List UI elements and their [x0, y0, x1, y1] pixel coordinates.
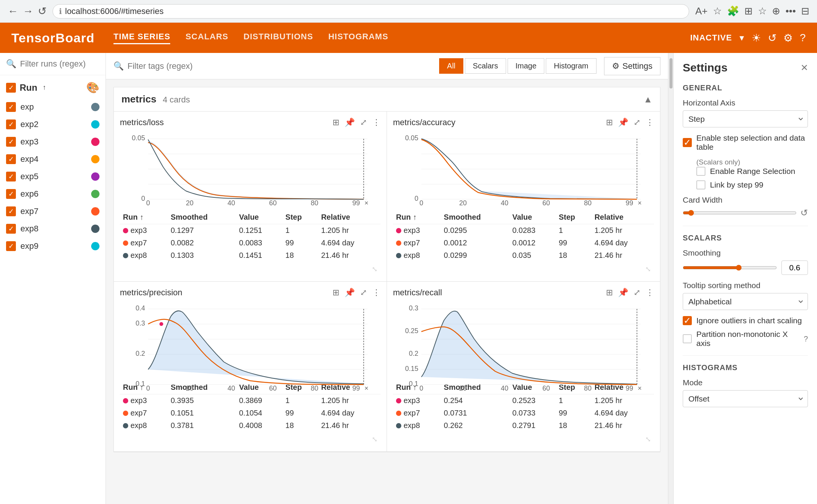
nav-time-series[interactable]: TIME SERIES: [113, 32, 170, 44]
run-item-exp2[interactable]: ✓ exp2: [0, 116, 106, 133]
svg-point-47: [160, 322, 163, 326]
metrics-title-area: metrics 4 cards: [121, 93, 190, 105]
refresh-button[interactable]: ↺: [38, 5, 47, 17]
sidebar-icon[interactable]: ⊟: [801, 5, 809, 17]
filter-runs-input[interactable]: [20, 59, 106, 69]
run-checkbox-exp3[interactable]: ✓: [6, 137, 16, 147]
partition-help-icon[interactable]: ?: [804, 335, 808, 343]
resize-handle-acc[interactable]: ⤡: [393, 262, 654, 275]
smoothing-slider[interactable]: [683, 265, 777, 271]
status-dropdown-icon[interactable]: ▾: [739, 33, 744, 43]
resize-handle-rec[interactable]: ⤡: [393, 432, 654, 445]
address-bar[interactable]: ℹ localhost:6006/#timeseries: [53, 4, 689, 19]
more-options-icon-prec[interactable]: ⋮: [372, 288, 381, 298]
run-checkbox-exp8[interactable]: ✓: [6, 224, 16, 234]
translate-icon[interactable]: A+: [695, 5, 708, 17]
smoothing-value-input[interactable]: [781, 261, 808, 275]
more-options-icon-rec[interactable]: ⋮: [646, 288, 654, 298]
nav-distributions[interactable]: DISTRIBUTIONS: [244, 32, 313, 44]
collapse-section-button[interactable]: ▲: [643, 94, 652, 105]
run-name-exp2: exp2: [20, 119, 87, 129]
fullscreen-icon-prec[interactable]: ⊞: [332, 288, 339, 298]
col-run-acc[interactable]: Run ↑: [393, 211, 441, 224]
expand-icon-acc[interactable]: ⤢: [634, 118, 640, 127]
header-icons: ☀ ↺ ⚙ ?: [752, 32, 806, 44]
link-step-checkbox[interactable]: [696, 180, 705, 189]
run-item-exp6[interactable]: ✓ exp6: [0, 185, 106, 203]
download-icon[interactable]: ⊕: [772, 5, 780, 17]
bookmark-icon[interactable]: ☆: [713, 5, 722, 17]
vertical-scrollbar[interactable]: [668, 53, 673, 504]
run-checkbox-exp7[interactable]: ✓: [6, 206, 16, 216]
more-options-icon-acc[interactable]: ⋮: [646, 118, 654, 127]
chart-action-icons-rec: ⊞ 📌 ⤢ ⋮: [606, 288, 654, 298]
help-icon[interactable]: ?: [800, 32, 806, 44]
scrollbar-thumb[interactable]: [669, 58, 673, 88]
expand-icon-prec[interactable]: ⤢: [360, 288, 367, 298]
nav-scalars[interactable]: SCALARS: [185, 32, 228, 44]
filter-tags-input[interactable]: [127, 61, 432, 71]
tab-image[interactable]: Image: [508, 58, 545, 74]
run-checkbox-exp2[interactable]: ✓: [6, 119, 16, 129]
settings-close-button[interactable]: ×: [801, 60, 808, 74]
profile-icon[interactable]: ☆: [758, 5, 767, 17]
resize-handle-loss[interactable]: ⤡: [120, 262, 381, 275]
enable-range-checkbox[interactable]: [696, 167, 705, 176]
run-all-checkbox[interactable]: ✓: [6, 83, 16, 93]
fullscreen-icon[interactable]: ⊞: [332, 118, 339, 127]
back-button[interactable]: ←: [8, 5, 18, 17]
run-checkbox-exp[interactable]: ✓: [6, 102, 16, 112]
enable-step-checkbox[interactable]: ✓: [683, 138, 692, 147]
more-icon[interactable]: •••: [786, 5, 796, 17]
tooltip-sorting-select[interactable]: Alphabetical Ascending Descending Defaul…: [683, 293, 808, 310]
reload-icon[interactable]: ↺: [768, 32, 777, 44]
histograms-mode-select[interactable]: Offset Overlay: [683, 390, 808, 407]
tab-scalars[interactable]: Scalars: [465, 58, 506, 74]
extensions-icon[interactable]: 🧩: [727, 5, 739, 17]
nav-histograms[interactable]: HISTOGRAMS: [328, 32, 388, 44]
run-item-exp8[interactable]: ✓ exp8: [0, 220, 106, 237]
forward-button[interactable]: →: [23, 5, 33, 17]
run-checkbox-exp5[interactable]: ✓: [6, 172, 16, 181]
svg-text:60: 60: [269, 199, 276, 207]
sort-arrow-icon[interactable]: ↑: [43, 84, 46, 91]
run-item-exp4[interactable]: ✓ exp4: [0, 150, 106, 168]
settings-icon[interactable]: ⚙: [783, 32, 793, 44]
theme-icon[interactable]: ☀: [752, 32, 761, 44]
table-row: exp3 0.1297 0.1251 1 1.205 hr: [120, 224, 381, 237]
split-icon[interactable]: ⊞: [744, 5, 753, 17]
run-color-exp9: [91, 242, 99, 250]
ignore-outliers-checkbox[interactable]: ✓: [683, 316, 692, 325]
run-item-exp9[interactable]: ✓ exp9: [0, 237, 106, 255]
run-checkbox-exp6[interactable]: ✓: [6, 189, 16, 199]
run-checkbox-exp4[interactable]: ✓: [6, 154, 16, 164]
settings-button[interactable]: ⚙ Settings: [604, 57, 661, 75]
pin-icon-prec[interactable]: 📌: [345, 288, 355, 298]
tab-all[interactable]: All: [439, 58, 463, 74]
card-width-slider[interactable]: [683, 210, 797, 216]
palette-icon[interactable]: 🎨: [86, 81, 99, 94]
pin-icon-rec[interactable]: 📌: [618, 288, 628, 298]
col-run[interactable]: Run ↑: [120, 211, 168, 224]
horizontal-axis-select[interactable]: Step Relative Wall: [683, 110, 808, 127]
run-item-exp7[interactable]: ✓ exp7: [0, 203, 106, 220]
tab-histogram[interactable]: Histogram: [546, 58, 596, 74]
pin-icon[interactable]: 📌: [345, 118, 355, 127]
run-item-exp5[interactable]: ✓ exp5: [0, 168, 106, 185]
run-item-exp3[interactable]: ✓ exp3: [0, 133, 106, 150]
run-checkbox-exp9[interactable]: ✓: [6, 241, 16, 251]
filter-search-icon: 🔍: [113, 61, 124, 71]
expand-icon-rec[interactable]: ⤢: [634, 288, 640, 298]
more-options-icon[interactable]: ⋮: [372, 118, 381, 127]
fullscreen-icon-acc[interactable]: ⊞: [606, 118, 613, 127]
partition-x-checkbox[interactable]: [683, 334, 692, 343]
run-item-exp[interactable]: ✓ exp: [0, 98, 106, 116]
run-column-header: ✓ Run ↑ 🎨: [0, 81, 106, 98]
expand-icon[interactable]: ⤢: [360, 118, 367, 127]
pin-icon-acc[interactable]: 📌: [618, 118, 628, 127]
table-row: exp8 0.1303 0.1451 18 21.46 hr: [120, 249, 381, 262]
fullscreen-icon-rec[interactable]: ⊞: [606, 288, 613, 298]
resize-handle-prec[interactable]: ⤡: [120, 432, 381, 445]
card-width-reset-icon[interactable]: ↺: [800, 208, 808, 218]
tag-filter-area: 🔍: [113, 61, 432, 71]
